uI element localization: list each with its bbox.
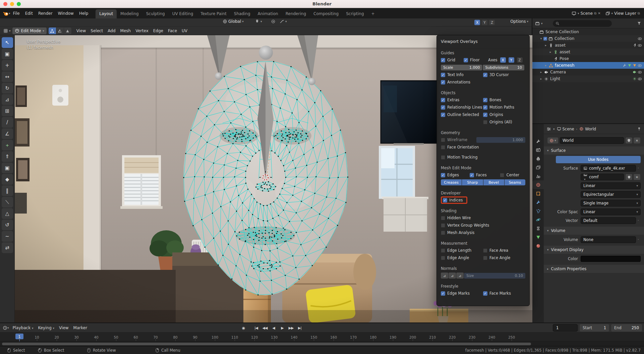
checkbox-wireframe[interactable] <box>441 138 445 142</box>
checkbox-origins[interactable]: ✓ <box>483 113 487 117</box>
visibility-eye-icon[interactable] <box>638 43 642 48</box>
tool-select-box[interactable]: ▣ <box>2 49 13 59</box>
properties-tab-viewlayer[interactable] <box>532 163 544 172</box>
breadcrumb-world[interactable]: World <box>579 127 596 131</box>
section-volume[interactable]: ▾Volume <box>544 227 644 235</box>
tool-poly-build[interactable]: △ <box>2 208 13 219</box>
checkbox-bones[interactable]: ✓ <box>483 98 487 102</box>
animate-dot-button[interactable]: · <box>636 166 641 171</box>
checkbox-mesh-analysis[interactable] <box>441 231 445 235</box>
tool-smooth[interactable]: ~ <box>2 231 13 242</box>
image-unlink-button[interactable]: ✕ <box>633 174 641 180</box>
checkbox-vertex-group-weights[interactable] <box>441 223 445 228</box>
workspace-tab-animation[interactable]: Animation <box>254 9 282 18</box>
tool-extrude[interactable]: ⇑ <box>2 151 13 162</box>
properties-tab-data[interactable] <box>532 233 544 241</box>
properties-tab-physics[interactable] <box>532 215 544 224</box>
frame-end-field[interactable]: End 250 <box>611 324 642 332</box>
prop-field-single-image[interactable]: Single Image▾ <box>581 200 641 206</box>
workspace-tab-sculpting[interactable]: Sculpting <box>142 9 169 18</box>
timeline-ruler[interactable]: 1 11020304050607080901001101201301401501… <box>0 333 644 341</box>
checkbox-face-area[interactable] <box>483 248 487 253</box>
timeline-menu-playback[interactable]: Playback ▾ <box>10 326 36 330</box>
checkbox-edge-marks[interactable]: ✓ <box>441 291 445 296</box>
overlay-normals-size-slider[interactable]: Size0.10 <box>464 273 525 279</box>
expand-right-icon[interactable]: ▸ <box>539 77 543 80</box>
tool-measure[interactable]: ∠ <box>2 128 13 139</box>
viewport-menu-uv[interactable]: UV <box>179 28 190 33</box>
topbar-menu-window[interactable]: Window <box>55 10 76 17</box>
properties-tab-modifier[interactable] <box>532 198 544 206</box>
blender-logo-icon[interactable] <box>3 10 9 16</box>
mirror-axis-x[interactable]: X <box>474 20 480 25</box>
timeline-menu-marker[interactable]: Marker <box>71 326 90 330</box>
mirror-axis-z[interactable]: Z <box>489 20 495 25</box>
checkbox-center[interactable] <box>500 173 504 177</box>
outliner-row-light[interactable]: ▸Light <box>532 75 644 82</box>
checkbox-edges[interactable]: ✓ <box>441 173 445 177</box>
scene-selector[interactable]: ▾ Scene ⧉ ✕ <box>572 11 601 16</box>
tool-spin[interactable]: ↺ <box>2 220 13 230</box>
prop-field-linear[interactable]: Linear▾ <box>581 182 641 189</box>
scene-unlink-icon[interactable]: ✕ <box>598 11 600 15</box>
viewport-menu-vertex[interactable]: Vertex <box>133 28 151 33</box>
timeline-menu-keying[interactable]: Keying ▾ <box>36 326 57 330</box>
properties-tab-render[interactable] <box>532 145 544 154</box>
expand-right-icon[interactable]: ▸ <box>544 64 548 67</box>
properties-tab-world[interactable] <box>532 180 544 189</box>
viewport-menu-mesh[interactable]: Mesh <box>118 28 133 33</box>
topbar-menu-help[interactable]: Help <box>76 10 91 17</box>
properties-tab-material[interactable] <box>532 241 544 250</box>
next-keyframe-button[interactable]: ▶▶ <box>287 324 295 332</box>
normal-split-icon[interactable]: ⊿ <box>456 273 464 279</box>
workspace-tab-rendering[interactable]: Rendering <box>282 9 310 18</box>
frame-start-field[interactable]: Start 1 <box>580 324 609 332</box>
properties-editor-icon[interactable] <box>546 127 551 131</box>
outliner-row-asset[interactable]: ▸asset <box>532 49 644 55</box>
tool-bevel[interactable]: ◆ <box>2 174 13 185</box>
checkbox-outline-selected[interactable]: ✓ <box>441 113 445 117</box>
prop-field-none[interactable]: None <box>581 236 636 243</box>
falloff-dropdown[interactable]: ▾ <box>280 19 287 24</box>
prop-field-default[interactable]: Default <box>581 217 636 224</box>
overlay-wireframe-slider[interactable]: 1.000 <box>476 137 525 143</box>
expand-down-icon[interactable]: ▾ <box>539 37 543 40</box>
outliner-row-asset[interactable]: ▸asset <box>532 42 644 49</box>
prop-field-equirectangular[interactable]: Equirectangular▾ <box>581 191 641 198</box>
section-custom-properties[interactable]: ▸Custom Properties <box>544 265 644 273</box>
overlay-button-bevel[interactable]: Bevel <box>483 179 504 185</box>
timeline-editor-icon[interactable] <box>3 326 7 330</box>
properties-tab-scene[interactable] <box>532 172 544 180</box>
topbar-menu-file[interactable]: File <box>10 10 22 17</box>
visibility-eye-icon[interactable] <box>638 37 642 41</box>
workspace-tab-uv-editing[interactable]: UV Editing <box>169 9 197 18</box>
face-select-button[interactable] <box>64 27 71 34</box>
properties-tab-particles[interactable] <box>532 206 544 215</box>
vertex-select-button[interactable] <box>49 27 56 34</box>
tool-inset-faces[interactable]: ▣ <box>2 163 13 173</box>
axes-toggle-z[interactable]: Z <box>517 57 523 63</box>
play-button[interactable]: ▶ <box>278 324 286 332</box>
overlay-button-seams[interactable]: Seams <box>505 179 525 185</box>
prop-field-comf[interactable]: ▾comf <box>581 174 624 180</box>
checkbox-face-angle[interactable] <box>483 256 487 260</box>
play-reverse-button[interactable]: ◀ <box>270 324 278 332</box>
workspace-tab-layout[interactable]: Layout <box>96 9 117 18</box>
section-viewport-display[interactable]: ▾Viewport Display <box>544 246 644 254</box>
checkbox-indices[interactable]: ✓ <box>443 198 447 202</box>
checkbox-face-orientation[interactable] <box>441 145 445 150</box>
animate-dot-button[interactable]: · <box>636 237 641 242</box>
expand-right-icon[interactable]: ▸ <box>548 50 552 54</box>
viewport-menu-select[interactable]: Select <box>88 28 105 33</box>
outliner-row-camera[interactable]: ▸Camera <box>532 69 644 75</box>
use-nodes-button[interactable]: Use Nodes <box>556 156 641 163</box>
tool-edge-slide[interactable]: ⇄ <box>2 242 13 253</box>
viewport-menu-edge[interactable]: Edge <box>151 28 166 33</box>
overlay-slider-scale[interactable]: Scale1.000 <box>441 65 482 70</box>
pin-icon[interactable] <box>637 127 641 131</box>
tool-knife[interactable]: ⟍ <box>2 197 13 208</box>
section-surface[interactable]: ▾Surface <box>544 146 644 155</box>
snap-toggle[interactable]: ▾ <box>255 19 262 24</box>
expand-right-icon[interactable]: ▸ <box>544 44 548 47</box>
properties-tab-tool[interactable] <box>532 137 544 145</box>
